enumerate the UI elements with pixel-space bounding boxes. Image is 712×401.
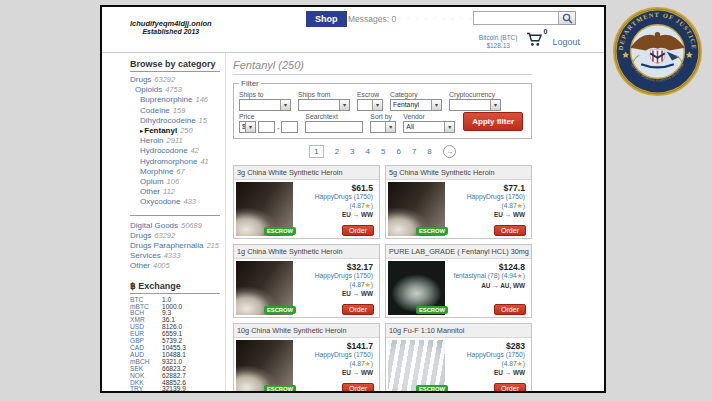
product-price: $283 <box>449 341 525 351</box>
product-image[interactable]: ESCROW <box>236 182 293 236</box>
site-established: Established 2013 <box>130 28 212 37</box>
order-button[interactable]: Order <box>494 225 526 236</box>
sidebar-item-heroin[interactable]: Heroin2911 <box>130 136 221 146</box>
vendor-link[interactable]: HappyDrugs (1750) (4.87★) <box>449 351 525 368</box>
ships-from-select[interactable]: ▾ <box>298 99 350 111</box>
ship-route: EU → WW <box>297 290 373 297</box>
ships-to-select[interactable]: ▾ <box>239 99 291 111</box>
category-select[interactable]: Fentanyl▾ <box>390 99 442 111</box>
vendor-label: Vendor <box>403 113 455 120</box>
currency-select[interactable]: $▾ <box>239 121 256 133</box>
product-image[interactable]: ESCROW <box>388 340 445 393</box>
search-button[interactable] <box>559 11 576 25</box>
product-image[interactable]: ESCROW <box>236 340 293 393</box>
order-button[interactable]: Order <box>342 225 374 236</box>
escrow-badge: ESCROW <box>416 306 448 314</box>
product-card: 5g China White Synthetic Heroin ESCROW $… <box>385 165 532 239</box>
search-input[interactable] <box>473 11 559 25</box>
dropdown-arrow-icon: ▾ <box>490 100 500 110</box>
page-6-link[interactable]: 6 <box>396 147 400 156</box>
vendor-select[interactable]: All▾ <box>403 121 455 133</box>
page-7-link[interactable]: 7 <box>412 147 416 156</box>
cryptocurrency-label: Cryptocurrency <box>449 91 501 98</box>
escrow-badge: ESCROW <box>416 227 448 235</box>
product-card: 3g China White Synthetic Heroin ESCROW $… <box>233 165 380 239</box>
product-grid: 3g China White Synthetic Heroin ESCROW $… <box>233 165 532 393</box>
search-bar <box>473 11 576 25</box>
sidebar-item-drugs[interactable]: Drugs63292 <box>130 75 221 85</box>
vendor-link[interactable]: HappyDrugs (1750) (4.87★) <box>297 193 373 210</box>
sidebar-item-drugs-paraphernalia[interactable]: Drugs Paraphernalia215 <box>130 241 222 251</box>
cart-count: 0 <box>544 28 548 35</box>
cart-button[interactable]: 0 <box>526 32 543 51</box>
sidebar-item-drugs-top[interactable]: Drugs63292 <box>130 231 221 241</box>
vendor-link[interactable]: HappyDrugs (1750) (4.87★) <box>297 272 373 289</box>
dropdown-arrow-icon: ▾ <box>245 122 255 132</box>
sidebar-item-digital-goods[interactable]: Digital Goods50689 <box>130 221 221 231</box>
logout-link[interactable]: Logout <box>552 37 580 47</box>
apply-filter-button[interactable]: Apply filter <box>463 112 523 131</box>
product-title[interactable]: 3g China White Synthetic Heroin <box>234 166 379 180</box>
ships-from-label: Ships from <box>298 91 350 98</box>
dropdown-arrow-icon: ▾ <box>280 100 290 110</box>
product-title[interactable]: 1g China White Synthetic Heroin <box>234 245 379 259</box>
ship-route: EU → WW <box>449 369 525 376</box>
cart-icon <box>526 32 543 47</box>
product-title[interactable]: 5g China White Synthetic Heroin <box>386 166 531 180</box>
product-image[interactable]: ESCROW <box>388 261 445 315</box>
order-button[interactable]: Order <box>342 383 374 393</box>
order-button[interactable]: Order <box>494 383 526 393</box>
sidebar-item-hydromorphone[interactable]: Hydromorphone41 <box>130 157 221 167</box>
product-title[interactable]: 10g China White Synthetic Heroin <box>234 324 379 338</box>
order-button[interactable]: Order <box>342 304 374 315</box>
price-min-input[interactable] <box>258 121 275 133</box>
searchtext-input[interactable] <box>305 121 363 133</box>
ship-route: EU → WW <box>297 211 373 218</box>
page-4-link[interactable]: 4 <box>366 147 370 156</box>
search-icon <box>562 13 573 24</box>
product-image[interactable]: ESCROW <box>388 182 445 236</box>
sidebar-item-services[interactable]: Services4333 <box>130 251 221 261</box>
product-price: $141.7 <box>297 341 373 351</box>
product-price: $32.17 <box>297 262 373 272</box>
sidebar-item-other[interactable]: Other112 <box>130 187 221 197</box>
sidebar-item-buprenorphine[interactable]: Buprenorphine146 <box>130 95 221 105</box>
sort-by-select[interactable]: ▾ <box>370 121 396 133</box>
cryptocurrency-select[interactable]: ▾ <box>449 99 501 111</box>
vendor-link[interactable]: fentastynal (78) (4.94★) <box>449 272 525 281</box>
vendor-link[interactable]: HappyDrugs (1750) (4.87★) <box>297 351 373 368</box>
sidebar-item-fentanyl-selected[interactable]: ▸Fentanyl250 <box>130 126 221 136</box>
dropdown-arrow-icon: ▾ <box>431 100 441 110</box>
site-onion-address: lchudifyeqm4ldjj.onion <box>130 19 212 28</box>
marketplace-window: lchudifyeqm4ldjj.onion Established 2013 … <box>100 5 606 393</box>
sidebar-item-opioids[interactable]: Opioids4753 <box>130 85 221 95</box>
page-2-link[interactable]: 2 <box>335 147 339 156</box>
escrow-select[interactable]: ▾ <box>357 99 383 111</box>
product-title[interactable]: PURE LAB_GRADE ( Fentanyl HCL) 30mg <box>386 245 531 259</box>
page-8-link[interactable]: 8 <box>427 147 431 156</box>
product-image[interactable]: ESCROW <box>236 261 293 315</box>
sidebar-item-opium[interactable]: Opium106 <box>130 177 221 187</box>
doj-seal: DEPARTMENT OF JUSTICE QUI PRO DOMINA JUS… <box>612 6 703 97</box>
wallet-balance: Bitcoin (BTC) $128.13 <box>479 34 518 50</box>
sidebar-item-hydrocodone[interactable]: Hydrocodone42 <box>130 146 221 156</box>
site-identity: lchudifyeqm4ldjj.onion Established 2013 <box>130 19 212 37</box>
sidebar-item-codeine[interactable]: Codeine159 <box>130 106 221 116</box>
ship-route: AU → AU, WW <box>449 282 525 289</box>
page-1-current[interactable]: 1 <box>309 145 323 158</box>
sidebar-item-dihydrocodeine[interactable]: Dihydrocodeine15 <box>130 116 221 126</box>
order-button[interactable]: Order <box>494 304 526 315</box>
sidebar-item-other-top[interactable]: Other4005 <box>130 261 221 271</box>
product-title[interactable]: 10g Fu-F 1:10 Mannitol <box>386 324 531 338</box>
page-3-link[interactable]: 3 <box>350 147 354 156</box>
messages-link[interactable]: Messages: 0 <box>348 14 396 24</box>
next-page-arrow-icon[interactable]: → <box>443 145 456 158</box>
sort-by-label: Sort by <box>370 113 396 120</box>
sidebar-item-morphine[interactable]: Morphine67 <box>130 167 221 177</box>
price-max-input[interactable] <box>281 121 298 133</box>
vendor-link[interactable]: HappyDrugs (1750) (4.87★) <box>449 193 525 210</box>
sidebar-item-oxycodone[interactable]: Oxycodone433 <box>130 197 221 207</box>
dropdown-arrow-icon: ▾ <box>444 122 454 132</box>
page-5-link[interactable]: 5 <box>381 147 385 156</box>
shop-button[interactable]: Shop <box>306 11 347 27</box>
